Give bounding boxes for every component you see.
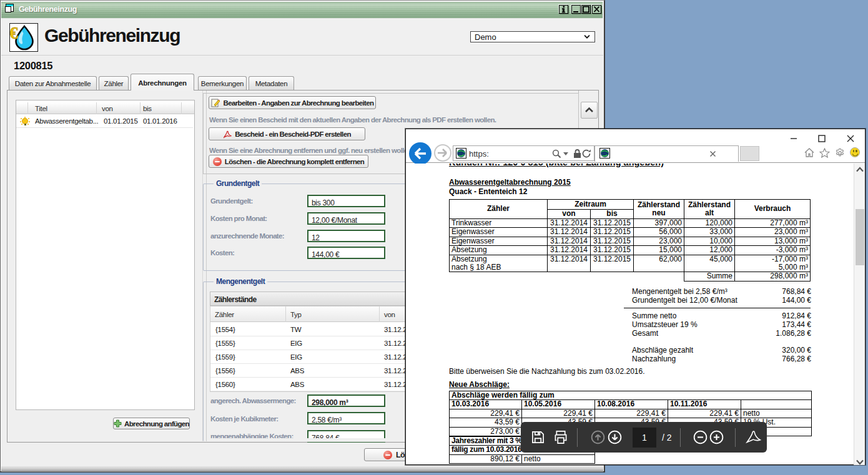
svg-text:€: € [10,24,18,42]
